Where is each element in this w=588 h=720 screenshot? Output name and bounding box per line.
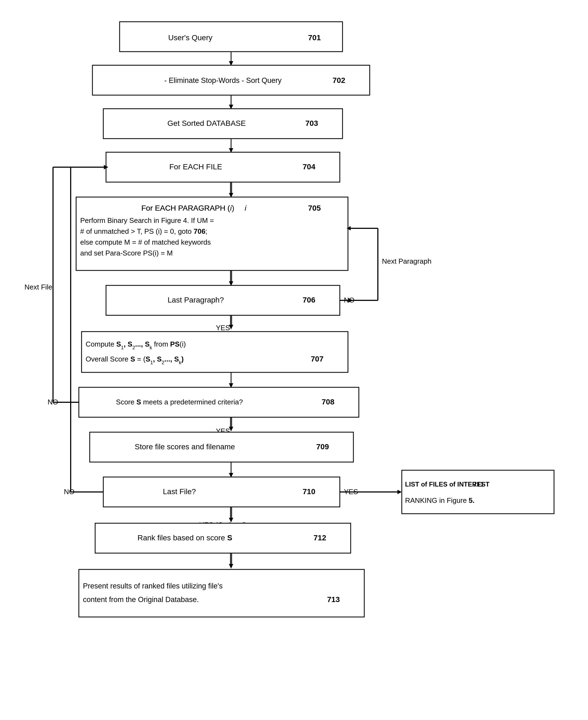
box-703-number: 703 [305, 119, 318, 127]
svg-marker-62 [229, 564, 233, 569]
svg-rect-36 [79, 387, 359, 417]
box-702-number: 702 [333, 76, 345, 85]
svg-marker-5 [229, 105, 233, 109]
box-701-label: User's Query [168, 34, 213, 42]
svg-rect-33 [82, 332, 348, 373]
label-710-yes: YES [344, 488, 358, 496]
svg-text:For EACH PARAGRAPH (i): For EACH PARAGRAPH (i) [141, 204, 234, 212]
box-707-line1: Compute S1, S2..., Sk from PS(i) [86, 340, 186, 351]
label-708-no: NO [47, 398, 58, 406]
svg-marker-32 [229, 325, 233, 330]
svg-text:705: 705 [308, 204, 321, 212]
box-710-number: 710 [302, 487, 315, 496]
svg-text:Perform Binary Search in Figur: Perform Binary Search in Figure 4. If UM… [80, 216, 214, 225]
box-713-line2: content from the Original Database. [83, 595, 199, 604]
svg-marker-58 [229, 518, 233, 523]
svg-marker-53 [397, 490, 402, 494]
box-708-number: 708 [321, 398, 334, 406]
svg-marker-27 [349, 298, 353, 302]
label-710-no: NO [64, 488, 75, 496]
svg-text:else compute M = # of matched : else compute M = # of matched keywords [80, 238, 211, 246]
box-705-para-label: For EACH PARAGRAPH ( [141, 204, 230, 212]
svg-text:i: i [245, 204, 247, 212]
svg-marker-2 [229, 61, 233, 66]
svg-rect-13 [76, 197, 348, 271]
svg-marker-43 [229, 427, 233, 431]
svg-rect-59 [95, 523, 351, 553]
box-711-label: LIST of FILES of INTEREST [405, 481, 489, 488]
svg-rect-63 [79, 569, 364, 617]
label-708-yes: YES [216, 427, 230, 435]
svg-rect-47 [103, 477, 340, 507]
svg-text:and set Para-Score PS(i) = M: and set Para-Score PS(i) = M [80, 249, 173, 257]
svg-marker-51 [104, 165, 108, 169]
svg-rect-9 [106, 152, 340, 182]
box-709-label: Store file scores and filename [135, 443, 235, 451]
label-706-no: NO [344, 296, 355, 304]
svg-rect-24 [106, 285, 340, 315]
next-paragraph-label: Next Paragraph [382, 257, 432, 265]
svg-marker-40 [104, 165, 108, 169]
svg-rect-3 [92, 65, 370, 95]
svg-marker-8 [229, 148, 233, 153]
svg-text:711: 711 [473, 481, 484, 488]
box-707-line2: Overall Score S = (S1, S2..., Sk) [86, 355, 184, 365]
next-file-label: Next File [24, 283, 52, 291]
box-702-label: - Eliminate Stop-Words - Sort Query [164, 77, 281, 85]
svg-rect-54 [402, 470, 554, 514]
box-712-label: Rank files based on score S [138, 533, 232, 542]
box-706-label: Last Paragraph? [167, 296, 224, 304]
svg-text:# of unmatched > T, PS (i) = 0: # of unmatched > T, PS (i) = 0, goto 706… [80, 227, 207, 235]
box-706-number: 706 [302, 296, 315, 304]
box-701-number: 701 [308, 34, 321, 42]
box-709-number: 709 [316, 443, 329, 451]
box-703-label: Get Sorted DATABASE [167, 119, 246, 127]
box-708-label: Score S meets a predetermined criteria? [116, 398, 243, 406]
svg-marker-29 [346, 226, 351, 231]
svg-rect-6 [103, 109, 342, 139]
box-710-label: Last File? [163, 487, 196, 496]
box-707-number: 707 [311, 355, 323, 363]
box-713-number: 713 [327, 595, 340, 604]
diagram: User's Query 701 - Eliminate Stop-Words … [0, 0, 588, 720]
svg-marker-46 [229, 473, 233, 478]
flowchart-svg: User's Query 701 - Eliminate Stop-Words … [0, 0, 588, 720]
box-711-sublabel: RANKING in Figure 5. [405, 496, 475, 505]
svg-rect-0 [120, 22, 342, 51]
label-710-yes-optional: YES (Optional) [199, 521, 246, 529]
box-712-number: 712 [313, 533, 326, 542]
box-713-line1: Present results of ranked files utilizin… [83, 582, 223, 590]
svg-marker-35 [229, 383, 233, 388]
svg-marker-23 [229, 281, 233, 286]
svg-marker-12 [229, 193, 233, 197]
box-704-label: For EACH FILE [169, 163, 222, 171]
svg-rect-44 [90, 432, 353, 462]
label-706-yes: YES [216, 324, 230, 332]
box-704-number: 704 [302, 163, 315, 171]
